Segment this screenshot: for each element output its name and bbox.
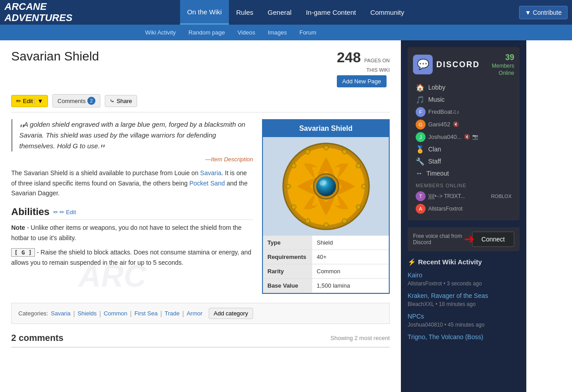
comments-section: 2 comments Showing 2 most recent [11, 333, 390, 348]
subnav: Wiki Activity Random page Videos Images … [0, 25, 572, 40]
cat-armor[interactable]: Armor [187, 310, 202, 317]
comments-meta: Showing 2 most recent [331, 335, 390, 341]
activity-link-trigno[interactable]: Trigno, The Volcano (Boss) [408, 333, 520, 340]
member-allstarsfoxtrot: A AllstarsFoxtrot [413, 202, 514, 215]
pocket-sand-link[interactable]: Pocket Sand [189, 180, 225, 187]
sidebar: 💬 DISCORD 39 MembersOnline 🏠 Lobby 🎵 Mus… [401, 40, 526, 392]
member-avatar-allstars: A [416, 204, 426, 214]
share-icon: ⤷ [110, 98, 115, 104]
main-layout: Savarian Shield 248 PAGES ONTHIS WIKI Ad… [0, 40, 572, 392]
comments-label: Comments [57, 98, 86, 104]
subnav-forum[interactable]: Forum [293, 25, 323, 40]
edit-label: Edit [23, 98, 33, 104]
subnav-random-page[interactable]: Random page [182, 25, 232, 40]
header: ARCANE ADVENTURES On the Wiki Rules Gene… [0, 0, 572, 25]
member-fredboat: F FredBoat♫♪ [413, 106, 514, 118]
item-desc-credit: —Item Description [11, 156, 253, 163]
activity-link-npcs[interactable]: NPCs [408, 313, 520, 320]
mute-camera-icon: 🔇 📷 [464, 134, 478, 140]
activity-meta-kairo: AllstarsFoxtrot • 3 seconds ago [408, 280, 482, 287]
logo-line2: ADVENTURES [4, 13, 73, 23]
recent-activity: ⚡ Recent Wiki Activity Kairo AllstarsFox… [401, 251, 526, 353]
add-category-button[interactable]: Add category [209, 308, 253, 319]
recent-activity-title: ⚡ Recent Wiki Activity [408, 258, 520, 266]
cat-trade[interactable]: Trade [165, 310, 180, 317]
lobby-icon: 🏠 [416, 83, 425, 92]
mute-icon: 🔇 [453, 121, 459, 127]
savaria-link[interactable]: Savaria [200, 169, 221, 177]
activity-item-kraken: Kraken, Ravager of the Seas BleachXXL • … [408, 292, 520, 307]
channel-music[interactable]: 🎵 Music [413, 94, 514, 106]
page-header: Savarian Shield 248 PAGES ONTHIS WIKI Ad… [11, 49, 390, 87]
stat-requirements: Requirements 40+ [263, 250, 389, 264]
infobox: Savarian Shield [262, 119, 390, 294]
share-button[interactable]: ⤷ Share [105, 95, 137, 107]
svg-point-13 [292, 164, 296, 168]
cat-shields[interactable]: Shields [77, 310, 97, 317]
comments-badge[interactable]: Comments 2 [52, 94, 100, 108]
abilities-note: Note - Unlike other items or weapons, yo… [11, 223, 253, 243]
channel-staff[interactable]: 🔧 Staff [413, 155, 514, 168]
discord-name: DISCORD [436, 60, 492, 69]
staff-icon: 🔧 [416, 157, 425, 166]
connect-arrow-icon: ➔ [464, 232, 474, 246]
member-avatar-tr3xt: T [416, 191, 426, 201]
subnav-videos[interactable]: Videos [231, 25, 262, 40]
activity-meta-kraken: BleachXXL • 18 minutes ago [408, 301, 476, 307]
activity-item-kairo: Kairo AllstarsFoxtrot • 3 seconds ago [408, 271, 520, 287]
categories: Categories: Savaria | Shields | Common |… [11, 303, 390, 324]
svg-point-7 [356, 205, 361, 209]
edit-abilities-button[interactable]: ✏ ✏ Edit [53, 209, 76, 215]
edit-button[interactable]: ✏ Edit ▼ [11, 95, 48, 107]
connect-button[interactable]: Connect [472, 232, 514, 247]
activity-link-kraken[interactable]: Kraken, Ravager of the Seas [408, 292, 520, 299]
svg-point-17 [316, 177, 336, 196]
nav-item-on-the-wiki[interactable]: On the Wiki [180, 0, 229, 25]
member-tr3xt: T }||{•··> TR3XT... ROBLOX [413, 190, 514, 202]
comments-header: 2 comments Showing 2 most recent [11, 333, 390, 348]
channel-clan[interactable]: 🏅 Clan [413, 143, 514, 155]
discord-widget: 💬 DISCORD 39 MembersOnline 🏠 Lobby 🎵 Mus… [408, 47, 520, 220]
nav-item-community[interactable]: Community [363, 0, 412, 25]
comments-count: 2 [87, 97, 95, 105]
member-avatar-joshua: J [416, 132, 426, 142]
activity-meta-npcs: Joshua040810 • 45 minutes ago [408, 322, 485, 328]
cat-first-sea[interactable]: First Sea [134, 310, 158, 317]
infobox-stats: Type Shield Requirements 40+ Rarity Comm… [263, 236, 389, 293]
cat-common[interactable]: Common [103, 310, 127, 317]
connect-area: Free voice chat from Discord ➔ Connect [408, 227, 520, 251]
member-gani452: G Gani452 🔇 [413, 118, 514, 131]
cat-savaria[interactable]: Savaria [51, 310, 70, 317]
activity-link-kairo[interactable]: Kairo [408, 271, 520, 279]
nav-item-general[interactable]: General [261, 0, 299, 25]
shield-image [281, 142, 371, 231]
edit-bar: ✏ Edit ▼ Comments 2 ⤷ Share [11, 94, 390, 112]
article-text: A golden shield engraved with a large bl… [11, 119, 253, 294]
pages-count: 248 [337, 49, 361, 65]
infobox-title: Savarian Shield [263, 120, 389, 137]
contribute-button[interactable]: ▼ Contribute [519, 6, 568, 19]
add-new-page-button[interactable]: Add New Page [337, 75, 387, 87]
dropdown-icon[interactable]: ▼ [34, 98, 43, 104]
timeout-icon: ↔ [416, 169, 423, 177]
nav-item-rules[interactable]: Rules [229, 0, 260, 25]
subnav-images[interactable]: Images [262, 25, 293, 40]
svg-point-4 [342, 150, 347, 154]
channel-lobby[interactable]: 🏠 Lobby [413, 82, 514, 94]
music-icon: 🎵 [416, 95, 425, 104]
item-quote: A golden shield engraved with a large bl… [11, 119, 253, 151]
svg-point-6 [361, 184, 366, 189]
subnav-wiki-activity[interactable]: Wiki Activity [139, 25, 182, 40]
content-area: Savarian Shield 248 PAGES ONTHIS WIKI Ad… [0, 40, 401, 392]
members-online-header: MEMBERS ONLINE [413, 179, 514, 190]
clan-icon: 🏅 [416, 145, 425, 154]
infobox-image [263, 137, 389, 236]
stat-base-value: Base Value 1,500 lamina [263, 279, 389, 293]
svg-point-5 [356, 164, 361, 168]
discord-logo-icon: 💬 [413, 55, 433, 74]
nav-item-ingame-content[interactable]: In-game Content [299, 0, 363, 25]
channel-timeout[interactable]: ↔ Timeout [413, 168, 514, 179]
member-avatar-gani: G [416, 120, 426, 129]
page-stats: 248 PAGES ONTHIS WIKI Add New Page [337, 49, 390, 87]
content-wrapper: Savarian Shield 248 PAGES ONTHIS WIKI Ad… [11, 49, 390, 348]
